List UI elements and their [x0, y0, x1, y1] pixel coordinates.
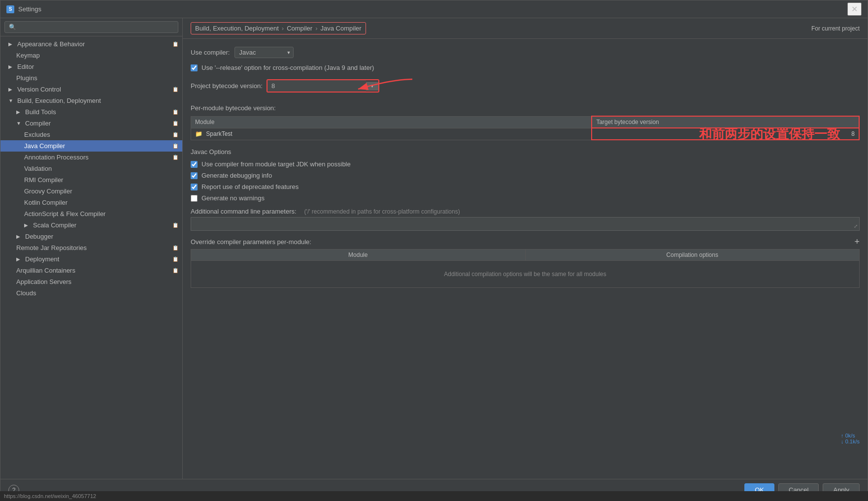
arrow-icon — [24, 222, 30, 228]
sidebar-item-app-servers[interactable]: Application Servers — [0, 276, 182, 287]
sidebar-item-label: Arquillian Containers — [16, 267, 75, 274]
option-row-1: Generate debugging info — [191, 172, 860, 179]
override-col-options: Compilation options — [525, 250, 860, 261]
override-header: Override compiler parameters per-module:… — [191, 237, 860, 247]
arrow-icon — [8, 41, 14, 47]
for-current-project: For current project — [811, 25, 860, 32]
table-row: 📁 SparkTest 8 — [191, 128, 860, 140]
sidebar-item-label: Java Compiler — [24, 142, 65, 150]
arrow-icon — [16, 121, 22, 126]
speed-indicator: ↑ 0k/s ↓ 0.1k/s — [841, 433, 860, 444]
use-compiler-label: Use compiler: — [191, 49, 230, 56]
sidebar-item-validation[interactable]: Validation — [0, 163, 182, 174]
use-compiler-row: Use compiler: Javac — [191, 47, 860, 58]
arrow-icon — [16, 234, 22, 239]
copy-icon: 📋 — [172, 143, 178, 149]
sidebar-item-remote-jar[interactable]: Remote Jar Repositories 📋 — [0, 242, 182, 253]
option-checkbox-1[interactable] — [191, 172, 198, 179]
settings-icon: S — [6, 5, 14, 13]
per-module-label: Per-module bytecode version: — [191, 104, 860, 112]
sidebar-item-label: Version Control — [17, 86, 61, 93]
option-row-3: Generate no warnings — [191, 194, 860, 202]
sidebar-item-label: Excludes — [24, 131, 50, 138]
module-table-container: Module Target bytecode version 📁 SparkTe… — [191, 116, 860, 140]
sidebar-item-excludes[interactable]: Excludes 📋 — [0, 129, 182, 140]
breadcrumb-part2: Compiler — [287, 25, 312, 32]
project-bytecode-input[interactable] — [267, 80, 366, 92]
javac-options-section: Javac Options Use compiler from module t… — [191, 148, 860, 202]
sidebar-item-annotation-processors[interactable]: Annotation Processors 📋 — [0, 152, 182, 163]
javac-options-title: Javac Options — [191, 148, 860, 156]
cmd-label-row: Additional command line parameters: ('/'… — [191, 208, 860, 215]
sidebar-item-plugins[interactable]: Plugins — [0, 72, 182, 84]
arrow-icon — [8, 87, 14, 92]
additional-cmd-hint: ('/' recommended in paths for cross-plat… — [304, 208, 460, 215]
sidebar-item-label: Application Servers — [16, 278, 71, 285]
sidebar-item-build-execution[interactable]: Build, Execution, Deployment — [0, 95, 182, 106]
module-target-cell: 8 — [592, 128, 859, 140]
sidebar-item-label: Kotlin Compiler — [24, 199, 67, 206]
sidebar-item-build-tools[interactable]: Build Tools 📋 — [0, 106, 182, 118]
release-option-checkbox[interactable] — [191, 64, 198, 71]
sidebar-item-clouds[interactable]: Clouds — [0, 287, 182, 299]
sidebar-item-label: Annotation Processors — [24, 154, 89, 161]
sidebar-item-debugger[interactable]: Debugger — [0, 231, 182, 242]
release-option-label: Use '--release' option for cross-compila… — [201, 64, 374, 71]
sidebar-item-rmi-compiler[interactable]: RMI Compiler — [0, 174, 182, 186]
bytecode-version-container: Project bytecode version: ▼ — [191, 79, 379, 98]
use-compiler-select[interactable]: Javac — [234, 47, 294, 58]
arrow-icon — [8, 64, 14, 69]
breadcrumb-bar: Build, Execution, Deployment › Compiler … — [183, 18, 868, 39]
sidebar-item-compiler[interactable]: Compiler 📋 — [0, 118, 182, 129]
sidebar-item-label: Groovy Compiler — [24, 188, 72, 195]
search-input[interactable] — [4, 21, 178, 33]
breadcrumb-part1: Build, Execution, Deployment — [195, 25, 279, 32]
sidebar-item-label: Remote Jar Repositories — [16, 244, 87, 251]
url-text: https://blog.csdn.net/weixin_46057712 — [4, 493, 96, 499]
sidebar-item-label: Plugins — [16, 74, 37, 82]
settings-dialog: S Settings ✕ Appearance & Behavior 📋 K — [0, 0, 868, 501]
option-row-0: Use compiler from module target JDK when… — [191, 160, 860, 168]
sidebar-tree: Appearance & Behavior 📋 Keymap Editor Pl… — [0, 36, 182, 479]
sidebar-item-arquillian[interactable]: Arquillian Containers 📋 — [0, 265, 182, 276]
module-table-col-module: Module — [191, 116, 592, 128]
sidebar-item-label: Validation — [24, 165, 52, 172]
right-panel: Build, Execution, Deployment › Compiler … — [183, 18, 868, 479]
copy-icon: 📋 — [172, 245, 178, 250]
sidebar-item-keymap[interactable]: Keymap — [0, 50, 182, 61]
bytecode-dropdown-button[interactable]: ▼ — [366, 82, 378, 91]
sidebar-item-appearance[interactable]: Appearance & Behavior 📋 — [0, 38, 182, 50]
sidebar-item-deployment[interactable]: Deployment 📋 — [0, 253, 182, 265]
copy-icon: 📋 — [172, 132, 178, 137]
bytecode-select-wrapper: ▼ — [267, 79, 379, 93]
sidebar-item-editor[interactable]: Editor — [0, 61, 182, 72]
sidebar-item-label: RMI Compiler — [24, 176, 63, 184]
option-label-3: Generate no warnings — [201, 194, 265, 202]
sidebar-item-kotlin-compiler[interactable]: Kotlin Compiler — [0, 197, 182, 208]
copy-icon: 📋 — [172, 256, 178, 262]
option-checkbox-3[interactable] — [191, 195, 198, 202]
sidebar-item-scala-compiler[interactable]: Scala Compiler 📋 — [0, 219, 182, 231]
sidebar-item-label: Scala Compiler — [33, 221, 76, 229]
option-label-1: Generate debugging info — [201, 172, 272, 179]
copy-icon: 📋 — [172, 222, 178, 228]
sidebar-item-label: Keymap — [16, 52, 40, 59]
sidebar-item-label: Build Tools — [25, 108, 56, 116]
breadcrumb: Build, Execution, Deployment › Compiler … — [191, 22, 366, 34]
copy-icon: 📋 — [172, 268, 178, 273]
option-row-2: Report use of deprecated features — [191, 183, 860, 190]
sidebar-item-actionscript[interactable]: ActionScript & Flex Compiler — [0, 208, 182, 219]
sidebar-item-version-control[interactable]: Version Control 📋 — [0, 84, 182, 95]
additional-cmd-input[interactable] — [191, 217, 860, 231]
sidebar-item-label: Build, Execution, Deployment — [17, 97, 101, 104]
cmd-input-wrapper: ⤢ — [191, 217, 860, 231]
sidebar-item-groovy-compiler[interactable]: Groovy Compiler — [0, 186, 182, 197]
module-table: Module Target bytecode version 📁 SparkTe… — [191, 116, 860, 140]
option-checkbox-0[interactable] — [191, 161, 198, 168]
sidebar-item-java-compiler[interactable]: Java Compiler 📋 — [0, 140, 182, 152]
add-override-button[interactable]: + — [854, 237, 860, 247]
speed-up: ↑ 0k/s — [841, 433, 860, 438]
option-checkbox-2[interactable] — [191, 184, 198, 190]
close-button[interactable]: ✕ — [847, 2, 862, 16]
arrow-icon — [16, 256, 22, 262]
